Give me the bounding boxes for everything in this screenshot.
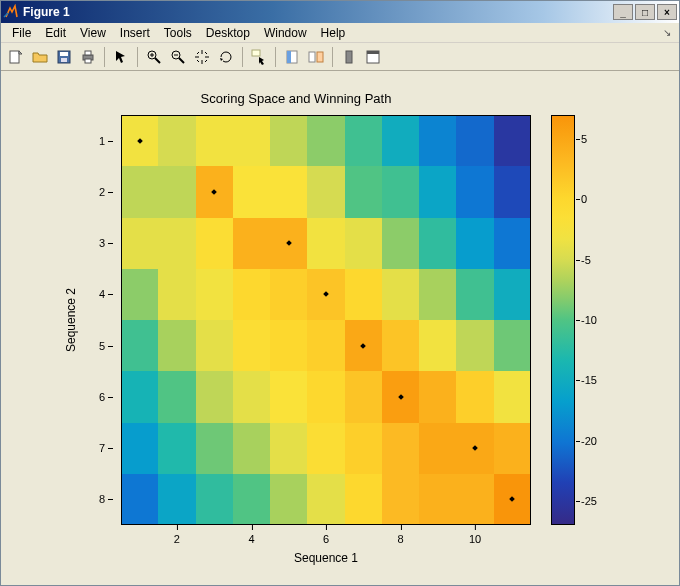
heatmap-cell xyxy=(382,218,419,269)
pan-button[interactable] xyxy=(191,46,213,68)
maximize-button[interactable]: □ xyxy=(635,4,655,20)
menu-file[interactable]: File xyxy=(5,24,38,42)
menu-tools[interactable]: Tools xyxy=(157,24,199,42)
heatmap-cell xyxy=(158,269,195,320)
window-title: Figure 1 xyxy=(19,5,611,19)
figure-canvas[interactable]: Scoring Space and Winning Path Sequence … xyxy=(1,71,679,585)
axes: Scoring Space and Winning Path Sequence … xyxy=(61,91,621,586)
svg-rect-14 xyxy=(252,50,260,56)
heatmap-cell xyxy=(307,423,344,474)
svg-rect-19 xyxy=(346,51,352,63)
heatmap-cell xyxy=(270,371,307,422)
y-tick-label: 7 xyxy=(75,442,105,454)
heatmap-cell xyxy=(270,423,307,474)
heatmap-cell xyxy=(121,371,158,422)
heatmap-cell xyxy=(494,371,531,422)
legend-button[interactable] xyxy=(362,46,384,68)
menu-insert[interactable]: Insert xyxy=(113,24,157,42)
y-tick-label: 4 xyxy=(75,288,105,300)
open-button[interactable] xyxy=(29,46,51,68)
heatmap-cell xyxy=(345,115,382,166)
heatmap-cell xyxy=(196,474,233,525)
heatmap-cell xyxy=(419,218,456,269)
colorbar-button[interactable] xyxy=(338,46,360,68)
y-tick-label: 1 xyxy=(75,135,105,147)
svg-rect-16 xyxy=(287,51,291,63)
heatmap-cell xyxy=(121,320,158,371)
heatmap-cell xyxy=(419,115,456,166)
print-button[interactable] xyxy=(77,46,99,68)
heatmap-cell xyxy=(158,115,195,166)
colorbar-ticks: 50-5-10-15-20-25 xyxy=(579,115,619,525)
heatmap-cell xyxy=(307,474,344,525)
heatmap-cell xyxy=(456,115,493,166)
heatmap-cell xyxy=(158,474,195,525)
heatmap-cell xyxy=(419,423,456,474)
heatmap-cell xyxy=(456,423,493,474)
save-button[interactable] xyxy=(53,46,75,68)
menu-desktop[interactable]: Desktop xyxy=(199,24,257,42)
heatmap-cell xyxy=(456,166,493,217)
y-tick-label: 5 xyxy=(75,340,105,352)
path-marker xyxy=(137,138,143,144)
x-tick-label: 4 xyxy=(248,533,254,545)
menu-view[interactable]: View xyxy=(73,24,113,42)
path-marker xyxy=(211,189,217,195)
heatmap-cell xyxy=(158,166,195,217)
minimize-button[interactable]: _ xyxy=(613,4,633,20)
menu-window[interactable]: Window xyxy=(257,24,314,42)
link-button[interactable] xyxy=(305,46,327,68)
heatmap-cell xyxy=(158,320,195,371)
heatmap[interactable] xyxy=(121,115,531,525)
heatmap-cell xyxy=(158,423,195,474)
brush-button[interactable] xyxy=(281,46,303,68)
heatmap-cell xyxy=(270,218,307,269)
toolbar xyxy=(1,43,679,71)
path-marker xyxy=(510,497,516,503)
heatmap-cell xyxy=(494,269,531,320)
x-tick-label: 10 xyxy=(469,533,481,545)
rotate-button[interactable] xyxy=(215,46,237,68)
heatmap-cell xyxy=(196,423,233,474)
plot-title: Scoring Space and Winning Path xyxy=(61,91,531,106)
heatmap-cell xyxy=(121,474,158,525)
heatmap-cell xyxy=(345,269,382,320)
heatmap-cell xyxy=(456,320,493,371)
menu-edit[interactable]: Edit xyxy=(38,24,73,42)
heatmap-cell xyxy=(382,474,419,525)
svg-rect-5 xyxy=(85,51,91,55)
heatmap-cell xyxy=(121,269,158,320)
x-axis-label: Sequence 1 xyxy=(121,551,531,565)
path-marker xyxy=(323,292,329,298)
heatmap-cell xyxy=(233,166,270,217)
colorbar-tick-label: 0 xyxy=(581,193,587,205)
colorbar-tick-label: -5 xyxy=(581,254,591,266)
menu-help[interactable]: Help xyxy=(314,24,353,42)
x-tick-label: 2 xyxy=(174,533,180,545)
heatmap-cell xyxy=(121,218,158,269)
heatmap-cell xyxy=(456,218,493,269)
heatmap-cell xyxy=(121,166,158,217)
data-cursor-button[interactable] xyxy=(248,46,270,68)
heatmap-cell xyxy=(382,371,419,422)
heatmap-cell xyxy=(456,269,493,320)
heatmap-cell xyxy=(196,218,233,269)
colorbar[interactable] xyxy=(551,115,575,525)
close-button[interactable]: × xyxy=(657,4,677,20)
zoom-out-button[interactable] xyxy=(167,46,189,68)
svg-rect-21 xyxy=(367,51,379,54)
title-bar[interactable]: Figure 1 _ □ × xyxy=(1,1,679,23)
path-marker xyxy=(286,240,292,246)
heatmap-cell xyxy=(419,269,456,320)
matlab-icon xyxy=(3,4,19,20)
new-figure-button[interactable] xyxy=(5,46,27,68)
dock-arrow-icon[interactable]: ↘ xyxy=(663,27,675,38)
heatmap-cell xyxy=(345,218,382,269)
heatmap-cell xyxy=(494,166,531,217)
heatmap-cell xyxy=(494,474,531,525)
heatmap-cell xyxy=(196,269,233,320)
zoom-in-button[interactable] xyxy=(143,46,165,68)
pointer-button[interactable] xyxy=(110,46,132,68)
colorbar-tick-label: -25 xyxy=(581,495,597,507)
heatmap-cell xyxy=(419,320,456,371)
